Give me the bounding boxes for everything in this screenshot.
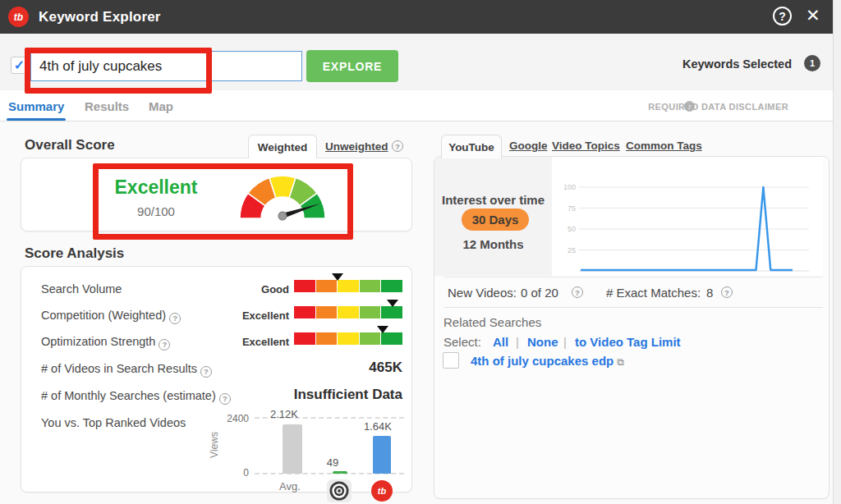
avg-views-value: 2.12K — [261, 408, 307, 420]
interest-tick-25: 25 — [568, 246, 576, 254]
videos-in-results-help-icon[interactable] — [200, 366, 212, 378]
search-volume-rating: Good — [232, 283, 289, 296]
views-tick-max: 2400 — [216, 413, 249, 424]
search-volume-label: Search Volume — [41, 282, 122, 296]
views-axis-label: Views — [209, 432, 220, 458]
related-keyword-checkbox[interactable] — [443, 352, 459, 369]
monthly-searches-value: Insufficient Data — [255, 387, 402, 403]
overall-score-heading: Overall Score — [25, 137, 115, 153]
exact-matches-help-icon[interactable] — [721, 286, 733, 298]
score-analysis-heading: Score Analysis — [25, 245, 124, 262]
new-videos-value: 0 of 20 — [521, 286, 558, 300]
interest-over-time-label: Interest over time — [434, 193, 552, 207]
tubebuddy-channel-icon: tb — [371, 480, 393, 502]
divider — [443, 307, 823, 308]
your-views-value: 1.64K — [355, 420, 401, 433]
competition-help-icon[interactable] — [169, 313, 181, 324]
optimization-label: Optimization Strength — [41, 335, 170, 351]
monthly-searches-help-icon[interactable] — [219, 393, 231, 405]
new-videos-label: New Videos: — [448, 286, 517, 300]
tab-video-topics[interactable]: Video Topics — [552, 140, 620, 152]
tab-weighted[interactable]: Weighted — [248, 135, 317, 158]
active-tab-underline — [7, 118, 66, 121]
explore-button[interactable]: EXPLORE — [306, 50, 398, 82]
optimization-bar — [294, 332, 402, 345]
annotation-box-score — [93, 163, 353, 240]
tab-google[interactable]: Google — [509, 140, 548, 152]
avg-views-bar — [283, 424, 302, 474]
your-views-bar — [373, 436, 391, 474]
optimization-help-icon[interactable] — [159, 339, 170, 351]
select-none-link[interactable]: None — [527, 335, 558, 349]
optimization-marker-icon — [377, 326, 388, 333]
tab-results[interactable]: Results — [85, 99, 129, 113]
new-videos-help-icon[interactable] — [572, 286, 583, 298]
header-bar: tb Keyword Explorer ? ✕ — [0, 0, 833, 34]
tab-youtube[interactable]: YouTube — [441, 135, 502, 158]
monthly-searches-label: # of Monthly Searches (estimate) — [41, 389, 231, 405]
exact-matches-label: # Exact Matches: — [606, 286, 701, 300]
page-edge-strip — [833, 0, 841, 504]
keyword-explorer-window: tb Keyword Explorer ? ✕ EXPLORE Keywords… — [0, 0, 841, 504]
avg-category-label: Avg. — [271, 480, 309, 493]
nav-tab-bar: Summary Results Map i REQUIRED DATA DISC… — [0, 90, 833, 121]
exact-matches-value: 8 — [706, 286, 713, 300]
keywords-selected-label: Keywords Selected — [682, 57, 792, 71]
optimization-rating: Excellent — [232, 336, 289, 348]
divider — [443, 277, 823, 277]
help-icon[interactable]: ? — [773, 7, 792, 25]
required-data-disclaimer[interactable]: REQUIRED DATA DISCLAIMER — [648, 102, 788, 112]
interest-tick-100: 100 — [563, 183, 576, 191]
select-all-link[interactable]: All — [493, 335, 508, 349]
videos-in-results-value: 465K — [320, 360, 402, 376]
competition-marker-icon — [387, 300, 398, 307]
divider: | — [516, 335, 519, 349]
range-30-days-button[interactable]: 30 Days — [462, 208, 529, 231]
tab-common-tags[interactable]: Common Tags — [626, 140, 702, 152]
interest-tick-75: 75 — [568, 204, 576, 213]
target-views-bar — [333, 471, 347, 474]
tab-unweighted[interactable]: Unweighted — [325, 140, 388, 153]
target-views-value: 49 — [318, 456, 347, 469]
select-label: Select: — [443, 335, 481, 349]
search-volume-marker-icon — [332, 273, 343, 281]
search-volume-bar — [294, 280, 402, 292]
keywords-selected-badge: 1 — [804, 55, 820, 71]
videos-in-results-label: # of Videos in Search Results — [41, 362, 212, 378]
close-icon[interactable]: ✕ — [806, 6, 820, 25]
tab-map[interactable]: Map — [149, 99, 173, 113]
related-keyword-link[interactable]: 4th of july cupcakes edp — [471, 354, 624, 368]
score-help-icon[interactable] — [392, 140, 403, 152]
bullseye-target-icon — [327, 479, 352, 502]
annotation-box-keyword — [25, 48, 212, 94]
range-12-months-button[interactable]: 12 Months — [434, 237, 552, 251]
competition-label: Competition (Weighted) — [41, 309, 181, 324]
competition-rating: Excellent — [232, 309, 289, 322]
interest-tick-50: 50 — [568, 225, 576, 233]
tubebuddy-logo-icon: tb — [8, 7, 29, 27]
views-tick-zero: 0 — [216, 467, 249, 479]
interest-line-chart: 100 75 50 25 — [558, 160, 820, 275]
you-vs-top-label: You vs. Top Ranked Videos — [41, 416, 186, 429]
competition-bar — [294, 306, 402, 318]
divider: | — [563, 335, 567, 349]
window-title: Keyword Explorer — [39, 9, 161, 25]
related-searches-heading: Related Searches — [443, 315, 541, 329]
select-to-tag-limit-link[interactable]: to Video Tag Limit — [575, 335, 681, 349]
tab-summary[interactable]: Summary — [8, 99, 64, 113]
